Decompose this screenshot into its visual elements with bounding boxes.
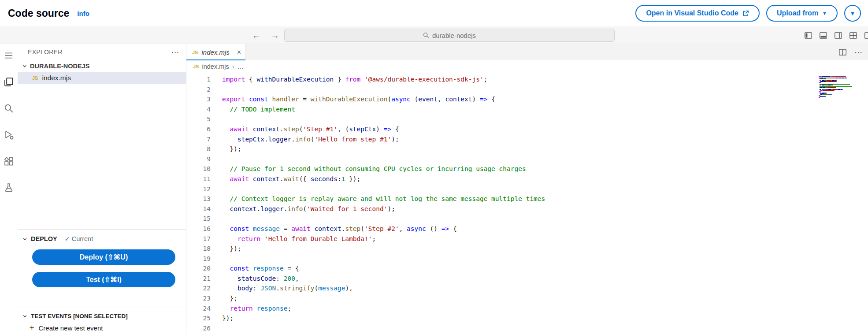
line-number: 24 <box>186 304 211 314</box>
line-number: 15 <box>186 214 211 224</box>
minimap[interactable] <box>819 76 857 99</box>
code-lines: 1import { withDurableExecution } from '@… <box>186 74 868 333</box>
search-value: durable-nodejs <box>432 32 476 39</box>
line-number: 19 <box>186 254 211 264</box>
line-number: 21 <box>186 274 211 284</box>
more-actions-icon[interactable]: ⋯ <box>854 48 862 57</box>
extensions-icon[interactable] <box>3 155 15 167</box>
code-line: 13 // Context logger is replay aware and… <box>186 194 868 204</box>
code-line: 24 return response; <box>186 304 868 314</box>
tab-index-mjs[interactable]: JS index.mjs × <box>186 44 246 60</box>
editor-toolbar: ← → durable-nodejs <box>0 26 868 44</box>
test-events-header[interactable]: TEST EVENTS [NONE SELECTED] <box>18 310 186 322</box>
code-line: 14 context.logger.info('Waited for 1 sec… <box>186 204 868 214</box>
code-line: 8 }); <box>186 144 868 154</box>
line-number: 5 <box>186 114 211 124</box>
line-number: 16 <box>186 224 211 234</box>
back-icon[interactable]: ← <box>252 30 261 41</box>
code-line: 25}); <box>186 313 868 323</box>
external-link-icon <box>742 10 749 17</box>
explorer-more-icon[interactable]: ⋯ <box>171 48 179 57</box>
line-number: 14 <box>186 204 211 214</box>
customize-layout-icon[interactable] <box>849 31 857 40</box>
line-number: 10 <box>186 164 211 174</box>
code-line: 12 <box>186 184 868 194</box>
info-link[interactable]: Info <box>77 10 89 17</box>
deploy-section: DEPLOY ✓ Current Deploy (⇧⌘U) Test (⇧⌘I) <box>18 229 186 307</box>
upload-from-label: Upload from <box>777 9 818 17</box>
breadcrumb[interactable]: JS index.mjs › … <box>186 60 868 72</box>
open-vscode-label: Open in Visual Studio Code <box>646 9 738 17</box>
code-line: 10 // Pause for 1 second without consumi… <box>186 164 868 174</box>
file-item-index-mjs[interactable]: JS index.mjs <box>18 72 186 84</box>
caret-down-icon: ▼ <box>850 11 856 16</box>
line-number: 22 <box>186 283 211 293</box>
chevron-down-icon <box>22 236 28 242</box>
flask-icon[interactable] <box>3 182 15 194</box>
file-tree: DURABLE-NODEJS JS index.mjs <box>18 60 186 229</box>
js-file-icon: JS <box>193 64 199 69</box>
create-test-event[interactable]: + Create new test event <box>18 322 186 334</box>
code-line: 16 const message = await context.step('S… <box>186 224 868 234</box>
page-title: Code source <box>8 7 69 19</box>
code-line: 9 <box>186 154 868 164</box>
line-number: 25 <box>186 313 211 323</box>
editor-actions: ⋯ <box>838 44 868 60</box>
caret-down-icon: ▼ <box>822 11 827 16</box>
line-number: 1 <box>186 74 211 85</box>
toggle-primary-sidebar-icon[interactable] <box>804 31 812 40</box>
deploy-section-header[interactable]: DEPLOY ✓ Current <box>18 233 186 245</box>
chevron-down-icon <box>22 313 28 319</box>
line-number: 7 <box>186 134 211 145</box>
command-center-search[interactable]: durable-nodejs <box>284 29 615 42</box>
workspace-root[interactable]: DURABLE-NODEJS <box>18 60 186 72</box>
actions-menu-button[interactable]: ▼ <box>844 5 861 22</box>
search-icon[interactable] <box>3 102 15 115</box>
main-area: EXPLORER ⋯ DURABLE-NODEJS JS index.mjs D… <box>0 44 868 334</box>
explorer-icon[interactable] <box>3 76 15 88</box>
run-debug-icon[interactable] <box>3 129 15 141</box>
line-number: 26 <box>186 323 211 334</box>
line-number: 11 <box>186 174 211 184</box>
test-button[interactable]: Test (⇧⌘I) <box>32 272 175 287</box>
explorer-header: EXPLORER ⋯ <box>18 44 186 60</box>
code-line: 19 <box>186 254 868 264</box>
code-line: 21 statusCode: 200, <box>186 274 868 284</box>
close-icon[interactable]: × <box>237 48 241 56</box>
line-number: 13 <box>186 194 211 204</box>
layout-controls <box>804 26 861 44</box>
split-editor-icon[interactable] <box>838 48 847 56</box>
code-line: 18 }); <box>186 244 868 254</box>
toggle-panel-icon[interactable] <box>819 31 827 40</box>
deploy-title: DEPLOY <box>31 235 57 242</box>
line-number: 4 <box>186 104 211 115</box>
code-line: 15 <box>186 214 868 224</box>
js-file-icon: JS <box>32 75 38 81</box>
menu-icon[interactable] <box>3 49 15 62</box>
line-number: 23 <box>186 293 211 304</box>
code-line: 3export const handler = withDurableExecu… <box>186 94 868 104</box>
code-editor[interactable]: 1import { withDurableExecution } from '@… <box>186 72 868 334</box>
deploy-button[interactable]: Deploy (⇧⌘U) <box>32 249 175 265</box>
toggle-secondary-sidebar-icon[interactable] <box>834 31 842 40</box>
tab-bar: JS index.mjs × ⋯ <box>186 44 868 60</box>
code-line: 6 await context.step('Step #1', (stepCtx… <box>186 124 868 134</box>
test-events-title: TEST EVENTS [NONE SELECTED] <box>31 313 128 319</box>
code-line: 22 body: JSON.stringify(message), <box>186 283 868 293</box>
chevron-down-icon <box>22 63 28 69</box>
editor-pane: JS index.mjs × ⋯ JS index.mjs › … 1impor… <box>186 44 868 334</box>
line-number: 20 <box>186 263 211 274</box>
clipped-edge-icon[interactable] <box>864 31 868 40</box>
upload-from-button[interactable]: Upload from ▼ <box>766 5 838 22</box>
code-line: 26 <box>186 323 868 334</box>
code-line: 7 stepCtx.logger.info('Hello from step #… <box>186 134 868 145</box>
breadcrumb-file[interactable]: index.mjs <box>202 63 229 70</box>
test-events-section: TEST EVENTS [NONE SELECTED] + Create new… <box>18 307 186 334</box>
code-line: 2 <box>186 85 868 95</box>
forward-icon[interactable]: → <box>271 30 279 41</box>
breadcrumb-symbol[interactable]: … <box>237 63 244 70</box>
search-icon <box>423 32 429 38</box>
open-vscode-button[interactable]: Open in Visual Studio Code <box>635 5 760 22</box>
side-panel: EXPLORER ⋯ DURABLE-NODEJS JS index.mjs D… <box>18 44 186 334</box>
file-label: index.mjs <box>42 74 70 82</box>
